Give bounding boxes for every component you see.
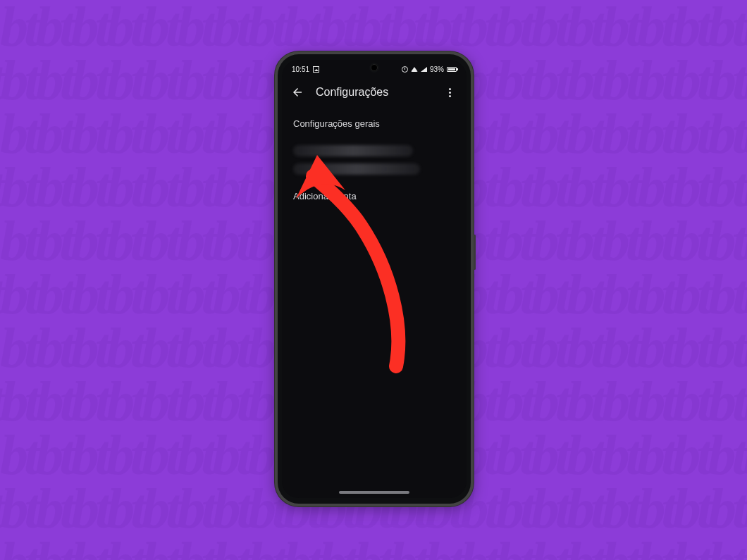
phone-screen: 10:51 93% Configurações — [282, 60, 467, 498]
camera-hole — [371, 64, 378, 71]
general-settings-item[interactable]: Configurações gerais — [293, 109, 455, 138]
signal-icon — [421, 67, 427, 72]
add-account-item[interactable]: Adicionar conta — [293, 182, 455, 211]
gesture-bar[interactable] — [339, 491, 409, 494]
phone-frame: 10:51 93% Configurações — [275, 51, 474, 506]
redacted-account-2[interactable] — [293, 163, 420, 175]
more-button[interactable] — [440, 82, 459, 102]
picture-icon — [313, 66, 319, 73]
wifi-icon — [411, 67, 418, 72]
more-vert-icon — [449, 88, 451, 97]
status-battery-text: 93% — [430, 66, 444, 73]
back-button[interactable] — [286, 81, 309, 104]
page-title: Configurações — [316, 86, 388, 99]
alarm-icon — [402, 66, 408, 73]
settings-list: Configurações gerais Adicionar conta — [282, 106, 467, 213]
battery-icon — [447, 67, 457, 72]
app-bar: Configurações — [282, 78, 467, 106]
arrow-left-icon — [291, 86, 304, 99]
status-clock: 10:51 — [292, 66, 309, 73]
redacted-account-1[interactable] — [293, 145, 413, 156]
